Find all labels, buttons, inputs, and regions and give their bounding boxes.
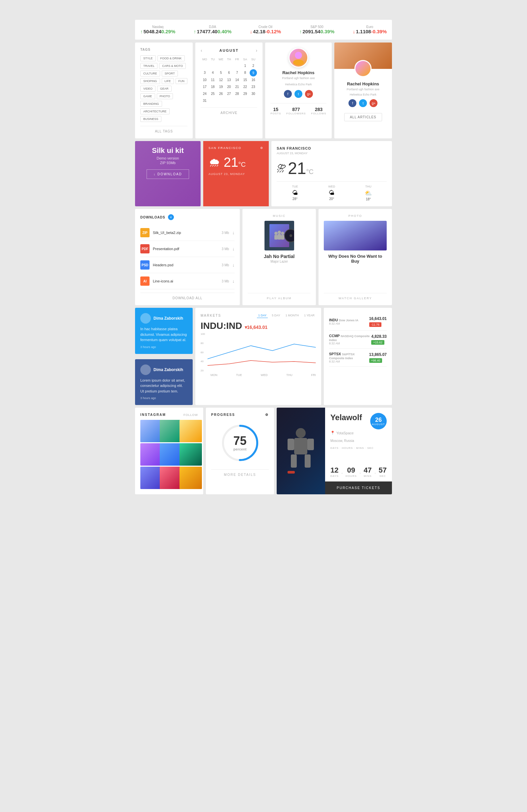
calendar-day[interactable]: 17 bbox=[201, 83, 209, 90]
instagram-photo-4[interactable] bbox=[160, 443, 182, 466]
tag-item[interactable]: GAME bbox=[140, 93, 155, 99]
download-arrow-icon[interactable]: ↓ bbox=[232, 230, 235, 235]
calendar-day[interactable]: 28 bbox=[233, 90, 241, 97]
tag-item[interactable]: SHOPING bbox=[140, 78, 160, 84]
progress-gear-icon[interactable]: ⚙ bbox=[265, 413, 269, 417]
calendar-prev[interactable]: ‹ bbox=[201, 48, 202, 53]
download-arrow-icon[interactable]: ↓ bbox=[232, 262, 235, 267]
twitter-icon-1[interactable]: t bbox=[294, 90, 302, 98]
tag-item[interactable]: LIFE bbox=[162, 78, 174, 84]
instagram-photo-8[interactable] bbox=[179, 467, 202, 489]
stock-price: 13,865.07 bbox=[369, 352, 387, 357]
download-arrow-icon[interactable]: ↓ bbox=[232, 278, 235, 284]
facebook-icon-2[interactable]: f bbox=[349, 99, 356, 107]
instagram-photo-0[interactable] bbox=[140, 420, 163, 442]
calendar-day[interactable]: 25 bbox=[209, 90, 217, 97]
calendar-day[interactable]: 11 bbox=[209, 76, 217, 83]
instagram-follow-button[interactable]: FOLLOW bbox=[184, 413, 198, 417]
time-filter-1-month[interactable]: 1 MONTH bbox=[284, 313, 301, 318]
weather-main-display: 🌧 21°C bbox=[208, 155, 263, 170]
calendar-month: AUGUST bbox=[219, 48, 238, 53]
instagram-photo-2[interactable] bbox=[179, 420, 202, 442]
facebook-icon-1[interactable]: f bbox=[284, 90, 292, 98]
tag-item[interactable]: FOOD & DRINK bbox=[158, 55, 185, 61]
calendar-day[interactable]: 21 bbox=[233, 83, 241, 90]
more-details-button[interactable]: MORE DETAILS bbox=[211, 469, 269, 477]
calendar-day[interactable]: 16 bbox=[249, 76, 258, 83]
weather-temp-red: 21°C bbox=[224, 155, 246, 170]
watch-gallery-button[interactable]: WATCH GALLERY bbox=[324, 293, 387, 300]
instagram-photo-6[interactable] bbox=[140, 467, 163, 489]
calendar-day bbox=[217, 97, 225, 104]
all-tags-button[interactable]: ALL TAGS bbox=[140, 126, 187, 133]
calendar-day bbox=[241, 97, 249, 104]
calendar-day[interactable]: 9 bbox=[250, 69, 257, 76]
calendar-day[interactable]: 12 bbox=[217, 76, 225, 83]
time-filter-1-year[interactable]: 1 YEAR bbox=[303, 313, 316, 318]
calendar-day[interactable]: 8 bbox=[241, 69, 249, 76]
time-filter-5-day[interactable]: 5 DAY bbox=[270, 313, 281, 318]
time-filter-1-day[interactable]: 1 DAY bbox=[257, 313, 268, 318]
instagram-photo-1[interactable] bbox=[160, 420, 182, 442]
calendar-day[interactable]: 23 bbox=[249, 83, 258, 90]
instagram-photo-5[interactable] bbox=[179, 443, 202, 466]
play-album-button[interactable]: PLAY ALBUM bbox=[248, 293, 311, 300]
calendar-day[interactable]: 13 bbox=[225, 76, 233, 83]
googleplus-icon-2[interactable]: g+ bbox=[369, 99, 378, 107]
calendar-day[interactable]: 20 bbox=[225, 83, 233, 90]
instagram-photo-7[interactable] bbox=[160, 467, 182, 489]
download-arrow-icon[interactable]: ↓ bbox=[232, 246, 235, 251]
download-item: PSD Headers.psd 3 Mb ↓ bbox=[140, 257, 235, 273]
calendar-day[interactable]: 18 bbox=[209, 83, 217, 90]
calendar-day[interactable]: 19 bbox=[217, 83, 225, 90]
weather-red-city: SAN FRANCISCO ⚙ bbox=[208, 146, 263, 150]
calendar-day[interactable]: 7 bbox=[233, 69, 241, 76]
download-all-button[interactable]: DOWNLOAD ALL bbox=[140, 293, 235, 300]
calendar-day[interactable]: 6 bbox=[225, 69, 233, 76]
instagram-photo-3[interactable] bbox=[140, 443, 163, 466]
tag-item[interactable]: CULTURE bbox=[140, 71, 160, 76]
stock-item: SPTSX S&P/TSX Composite Index 8:32 AM 13… bbox=[329, 349, 387, 367]
markets-card: MARKETS 1 DAY5 DAY1 MONTH1 YEAR INDU:IND… bbox=[195, 308, 321, 405]
calendar-day[interactable]: 15 bbox=[241, 76, 249, 83]
calendar-day[interactable]: 10 bbox=[201, 76, 209, 83]
ticker-sp500: S&P 500 2091.540.39% bbox=[299, 25, 334, 34]
tag-item[interactable]: PHOTO bbox=[157, 93, 173, 99]
svg-rect-6 bbox=[278, 234, 281, 240]
calendar-day[interactable]: 30 bbox=[249, 90, 258, 97]
calendar-day[interactable]: 26 bbox=[217, 90, 225, 97]
calendar-day[interactable]: 14 bbox=[233, 76, 241, 83]
tag-item[interactable]: VIDEO bbox=[140, 86, 156, 92]
tag-item[interactable]: GEAR bbox=[157, 86, 172, 92]
tag-item[interactable]: SPORT bbox=[162, 71, 178, 76]
twitter-icon-2[interactable]: t bbox=[359, 99, 367, 107]
calendar-day bbox=[225, 97, 233, 104]
calendar-day[interactable]: 4 bbox=[209, 69, 217, 76]
downloads-title: DOWNLOADS bbox=[140, 216, 165, 219]
calendar-day[interactable]: 27 bbox=[225, 90, 233, 97]
tag-item[interactable]: BRANDING bbox=[140, 101, 162, 107]
ticker-crude: Crude Oil 42.18-0.12% bbox=[250, 25, 281, 34]
tag-item[interactable]: CARS & MOTO bbox=[159, 63, 186, 69]
stock-change-badge: +15.62 bbox=[371, 340, 384, 345]
calendar-day[interactable]: 24 bbox=[201, 90, 209, 97]
tag-item[interactable]: FUN bbox=[176, 78, 188, 84]
googleplus-icon-1[interactable]: g+ bbox=[305, 90, 313, 98]
calendar-day[interactable]: 5 bbox=[217, 69, 225, 76]
calendar-next[interactable]: › bbox=[256, 48, 258, 53]
stock-price: 4,828.33 bbox=[371, 334, 387, 339]
calendar-day[interactable]: 22 bbox=[241, 83, 249, 90]
silk-download-button[interactable]: ↓ DOWNLOAD bbox=[147, 169, 189, 179]
tag-item[interactable]: BUSINESS bbox=[140, 116, 161, 122]
event-date-badge: 26 AUGUST bbox=[370, 413, 387, 430]
calendar-day[interactable]: 29 bbox=[241, 90, 249, 97]
tag-item[interactable]: STYLE bbox=[140, 55, 156, 61]
calendar-day[interactable]: 1 bbox=[241, 62, 249, 69]
tag-item[interactable]: ARCHITECTURE bbox=[140, 108, 170, 114]
calendar-day[interactable]: 31 bbox=[201, 97, 209, 104]
purchase-tickets-button[interactable]: PURCHASE TICKETS bbox=[325, 481, 392, 494]
calendar-day[interactable]: 3 bbox=[201, 69, 209, 76]
tag-item[interactable]: TRAVEL bbox=[140, 63, 158, 69]
all-articles-button[interactable]: ALL ARTICLES bbox=[344, 113, 382, 121]
calendar-day[interactable]: 2 bbox=[249, 62, 258, 69]
